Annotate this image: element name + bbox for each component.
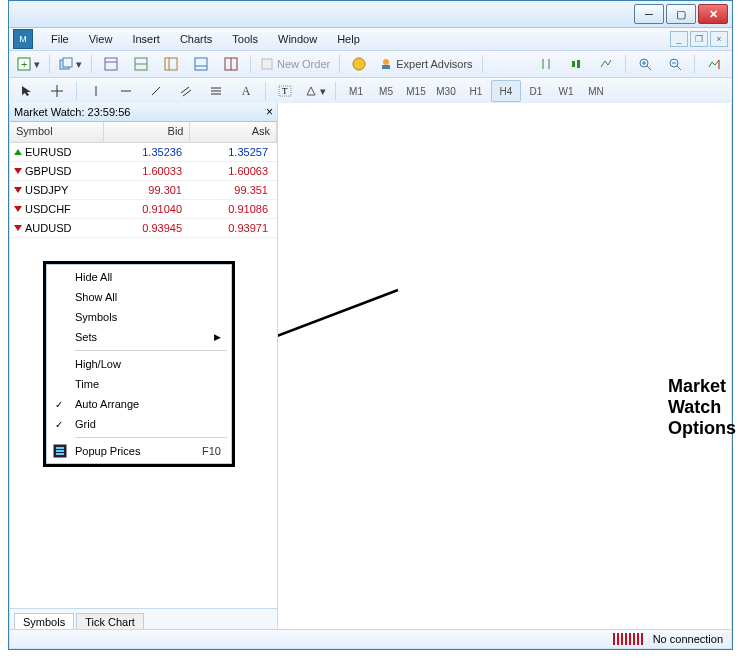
timeframe-m30[interactable]: M30 <box>431 80 461 102</box>
profiles-button[interactable]: ▾ <box>55 53 86 75</box>
chart-area[interactable]: Market Watch Options <box>278 103 731 629</box>
navigator-toggle[interactable] <box>157 53 185 75</box>
close-button[interactable]: ✕ <box>698 4 728 24</box>
bid-price: 1.60033 <box>102 165 188 177</box>
channel-button[interactable] <box>172 80 200 102</box>
ctx-sets[interactable]: Sets▶ <box>49 327 229 347</box>
ask-price: 0.93971 <box>188 222 274 234</box>
market-watch-row[interactable]: AUDUSD0.939450.93971 <box>10 219 277 238</box>
bid-price: 0.91040 <box>102 203 188 215</box>
vertical-line-button[interactable] <box>82 80 110 102</box>
svg-point-16 <box>383 59 389 65</box>
timeframe-m5[interactable]: M5 <box>371 80 401 102</box>
menu-file[interactable]: File <box>41 31 79 47</box>
svg-rect-3 <box>63 58 72 67</box>
timeframe-h4[interactable]: H4 <box>491 80 521 102</box>
candlestick-button[interactable] <box>562 53 590 75</box>
mdi-close-button[interactable]: × <box>710 31 728 47</box>
menu-tools[interactable]: Tools <box>222 31 268 47</box>
data-window-toggle[interactable] <box>127 53 155 75</box>
header-symbol[interactable]: Symbol <box>10 122 104 142</box>
symbol-name: EURUSD <box>25 146 71 158</box>
tab-symbols[interactable]: Symbols <box>14 613 74 630</box>
tab-tick-chart[interactable]: Tick Chart <box>76 613 144 630</box>
ask-price: 1.35257 <box>188 146 274 158</box>
svg-line-35 <box>152 87 160 95</box>
header-ask[interactable]: Ask <box>190 122 277 142</box>
cursor-button[interactable] <box>13 80 41 102</box>
market-watch-row[interactable]: GBPUSD1.600331.60063 <box>10 162 277 181</box>
metaquotes-button[interactable] <box>345 53 373 75</box>
maximize-button[interactable]: ▢ <box>666 4 696 24</box>
menu-view[interactable]: View <box>79 31 123 47</box>
horizontal-line-button[interactable] <box>112 80 140 102</box>
crosshair-button[interactable] <box>43 80 71 102</box>
text-button[interactable]: A <box>232 80 260 102</box>
market-watch-row[interactable]: USDJPY99.30199.351 <box>10 181 277 200</box>
app-icon: M <box>13 29 33 49</box>
timeframe-h1[interactable]: H1 <box>461 80 491 102</box>
timeframe-m1[interactable]: M1 <box>341 80 371 102</box>
popup-prices-icon <box>53 444 67 458</box>
check-icon: ✓ <box>55 419 63 430</box>
submenu-arrow-icon: ▶ <box>214 332 221 342</box>
market-watch-row[interactable]: EURUSD1.352361.35257 <box>10 143 277 162</box>
mdi-minimize-button[interactable]: _ <box>670 31 688 47</box>
menu-help[interactable]: Help <box>327 31 370 47</box>
menu-insert[interactable]: Insert <box>122 31 170 47</box>
svg-rect-48 <box>56 453 64 455</box>
ctx-auto-arrange[interactable]: ✓Auto Arrange <box>49 394 229 414</box>
window-titlebar: ─ ▢ ✕ <box>9 1 732 28</box>
symbol-name: USDCHF <box>25 203 71 215</box>
timeframe-w1[interactable]: W1 <box>551 80 581 102</box>
market-watch-toggle[interactable] <box>97 53 125 75</box>
new-order-button[interactable]: New Order <box>256 53 334 75</box>
market-watch-header: Symbol Bid Ask <box>10 122 277 143</box>
terminal-toggle[interactable] <box>187 53 215 75</box>
mdi-restore-button[interactable]: ❐ <box>690 31 708 47</box>
arrows-button[interactable]: ▾ <box>301 80 330 102</box>
market-watch-row[interactable]: USDCHF0.910400.91086 <box>10 200 277 219</box>
svg-text:+: + <box>21 58 27 70</box>
ctx-hide-all[interactable]: Hide All <box>49 267 229 287</box>
svg-marker-43 <box>307 87 315 95</box>
ctx-show-all[interactable]: Show All <box>49 287 229 307</box>
svg-rect-17 <box>382 65 390 69</box>
symbol-name: AUDUSD <box>25 222 71 234</box>
check-icon: ✓ <box>55 399 63 410</box>
header-bid[interactable]: Bid <box>104 122 191 142</box>
ctx-time[interactable]: Time <box>49 374 229 394</box>
expert-advisors-button[interactable]: Expert Advisors <box>375 53 476 75</box>
arrow-up-icon <box>14 149 22 155</box>
svg-line-27 <box>677 66 681 70</box>
fibonacci-button[interactable] <box>202 80 230 102</box>
menu-window[interactable]: Window <box>268 31 327 47</box>
new-chart-button[interactable]: +▾ <box>13 53 44 75</box>
auto-scroll-button[interactable] <box>700 53 728 75</box>
ctx-high-low[interactable]: High/Low <box>49 354 229 374</box>
timeframe-mn[interactable]: MN <box>581 80 611 102</box>
menu-charts[interactable]: Charts <box>170 31 222 47</box>
market-watch-close-icon[interactable]: × <box>266 105 273 119</box>
strategy-tester-toggle[interactable] <box>217 53 245 75</box>
arrow-down-icon <box>14 187 22 193</box>
svg-rect-46 <box>56 447 64 449</box>
ctx-symbols[interactable]: Symbols <box>49 307 229 327</box>
bar-chart-button[interactable] <box>532 53 560 75</box>
zoom-out-button[interactable] <box>661 53 689 75</box>
svg-rect-21 <box>577 60 580 68</box>
svg-point-15 <box>353 58 365 70</box>
trendline-button[interactable] <box>142 80 170 102</box>
line-chart-button[interactable] <box>592 53 620 75</box>
symbol-name: GBPUSD <box>25 165 71 177</box>
expert-advisors-label: Expert Advisors <box>396 58 472 70</box>
timeframe-m15[interactable]: M15 <box>401 80 431 102</box>
ctx-popup-prices[interactable]: Popup Prices F10 <box>49 441 229 461</box>
standard-toolbar: +▾ ▾ New Order Expert Advisors <box>9 51 732 78</box>
timeframe-d1[interactable]: D1 <box>521 80 551 102</box>
text-label-button[interactable]: T <box>271 80 299 102</box>
minimize-button[interactable]: ─ <box>634 4 664 24</box>
ctx-grid[interactable]: ✓Grid <box>49 414 229 434</box>
bid-price: 99.301 <box>102 184 188 196</box>
zoom-in-button[interactable] <box>631 53 659 75</box>
